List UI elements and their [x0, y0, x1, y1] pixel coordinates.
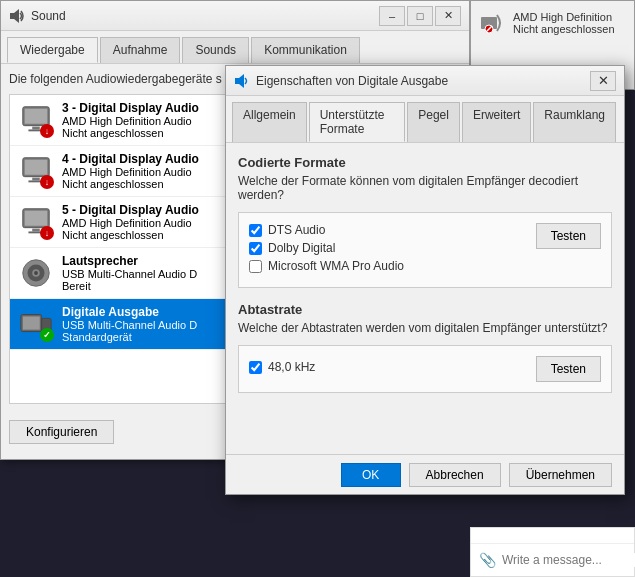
paperclip-icon: 📎 [479, 552, 496, 568]
sound-window-icon [9, 8, 25, 24]
abtastrate-section: Abtastrate Welche der Abtastraten werden… [238, 302, 612, 393]
status-error-1: ↓ [40, 124, 54, 138]
dolby-label: Dolby Digital [268, 241, 335, 255]
tab-aufnahme[interactable]: Aufnahme [100, 37, 181, 63]
dialog-footer: OK Abbrechen Übernehmen [226, 454, 624, 494]
svg-point-17 [34, 271, 38, 275]
status-ok-5: ✓ [40, 328, 54, 342]
notif-speaker-icon [479, 9, 507, 37]
formats-title: Codierte Formate [238, 155, 612, 170]
notif-text: AMD High Definition Nicht angeschlossen [513, 11, 615, 35]
wma-checkbox[interactable] [249, 260, 262, 273]
maximize-button[interactable]: □ [407, 6, 433, 26]
svg-rect-0 [10, 13, 14, 19]
abtastrate-box: 48,0 kHz Testen [238, 345, 612, 393]
svg-rect-3 [25, 109, 48, 124]
configure-button[interactable]: Konfigurieren [9, 420, 114, 444]
abtastrate-description: Welche der Abtastraten werden vom digita… [238, 321, 612, 335]
svg-rect-19 [23, 316, 40, 329]
tab-raumklang[interactable]: Raumklang [533, 102, 616, 142]
formats-test-button[interactable]: Testen [536, 223, 601, 249]
notification-item: AMD High Definition Nicht angeschlossen [479, 9, 626, 37]
wma-label: Microsoft WMA Pro Audio [268, 259, 404, 273]
dolby-checkbox[interactable] [249, 242, 262, 255]
tab-sounds[interactable]: Sounds [182, 37, 249, 63]
chat-area: 📎 [470, 527, 635, 577]
dialog-title: Eigenschaften von Digitale Ausgabe [256, 74, 590, 88]
tab-wiedergabe[interactable]: Wiedergabe [7, 37, 98, 63]
formats-description: Welche der Formate können vom digitalen … [238, 174, 612, 202]
close-button[interactable]: ✕ [435, 6, 461, 26]
chat-input[interactable] [502, 553, 635, 567]
titlebar-buttons: – □ ✕ [379, 6, 461, 26]
dialog-content: Codierte Formate Welche der Formate könn… [226, 143, 624, 481]
minimize-button[interactable]: – [379, 6, 405, 26]
status-error-2: ↓ [40, 175, 54, 189]
device-icon-3: ↓ [18, 204, 54, 240]
dts-label: DTS Audio [268, 223, 325, 237]
chat-input-area: 📎 [471, 543, 634, 576]
sound-title: Sound [31, 9, 379, 23]
dts-checkbox[interactable] [249, 224, 262, 237]
formats-box: DTS Audio Dolby Digital Microsoft WMA Pr… [238, 212, 612, 288]
svg-rect-7 [25, 160, 48, 175]
abtastrate-checkboxes: 48,0 kHz [249, 360, 526, 378]
tab-unterstuetzte-formate[interactable]: Unterstützte Formate [309, 102, 406, 142]
ok-button[interactable]: OK [341, 463, 401, 487]
svg-rect-24 [235, 78, 239, 84]
dialog-tabs: Allgemein Unterstützte Formate Pegel Erw… [226, 96, 624, 143]
dialog-icon [234, 73, 250, 89]
tab-erweitert[interactable]: Erweitert [462, 102, 531, 142]
svg-rect-8 [32, 178, 40, 181]
tab-allgemein[interactable]: Allgemein [232, 102, 307, 142]
svg-rect-11 [25, 211, 48, 226]
48khz-checkbox[interactable] [249, 361, 262, 374]
device-icon-5: ✓ [18, 306, 54, 342]
apply-button[interactable]: Übernehmen [509, 463, 612, 487]
svg-marker-1 [14, 9, 19, 23]
48khz-label: 48,0 kHz [268, 360, 315, 374]
dialog-titlebar: Eigenschaften von Digitale Ausgabe ✕ [226, 66, 624, 96]
sound-tabs: Wiedergabe Aufnahme Sounds Kommunikation [1, 31, 469, 64]
checkbox-48khz: 48,0 kHz [249, 360, 526, 374]
device-icon-1: ↓ [18, 102, 54, 138]
dialog-close-button[interactable]: ✕ [590, 71, 616, 91]
status-error-3: ↓ [40, 226, 54, 240]
abtastrate-test-button[interactable]: Testen [536, 356, 601, 382]
abtastrate-title: Abtastrate [238, 302, 612, 317]
sound-titlebar: Sound – □ ✕ [1, 1, 469, 31]
formats-inner: DTS Audio Dolby Digital Microsoft WMA Pr… [249, 223, 601, 277]
cancel-button[interactable]: Abbrechen [409, 463, 501, 487]
tab-pegel[interactable]: Pegel [407, 102, 460, 142]
checkbox-dts: DTS Audio [249, 223, 526, 237]
formats-section: Codierte Formate Welche der Formate könn… [238, 155, 612, 288]
device-icon-2: ↓ [18, 153, 54, 189]
checkbox-wma: Microsoft WMA Pro Audio [249, 259, 526, 273]
checkbox-dolby: Dolby Digital [249, 241, 526, 255]
device-icon-4 [18, 255, 54, 291]
svg-rect-12 [32, 229, 40, 232]
svg-rect-4 [32, 127, 40, 130]
formats-checkboxes: DTS Audio Dolby Digital Microsoft WMA Pr… [249, 223, 526, 277]
properties-dialog: Eigenschaften von Digitale Ausgabe ✕ All… [225, 65, 625, 495]
tab-kommunikation[interactable]: Kommunikation [251, 37, 360, 63]
abtastrate-inner: 48,0 kHz Testen [249, 356, 601, 382]
svg-marker-25 [239, 74, 244, 88]
